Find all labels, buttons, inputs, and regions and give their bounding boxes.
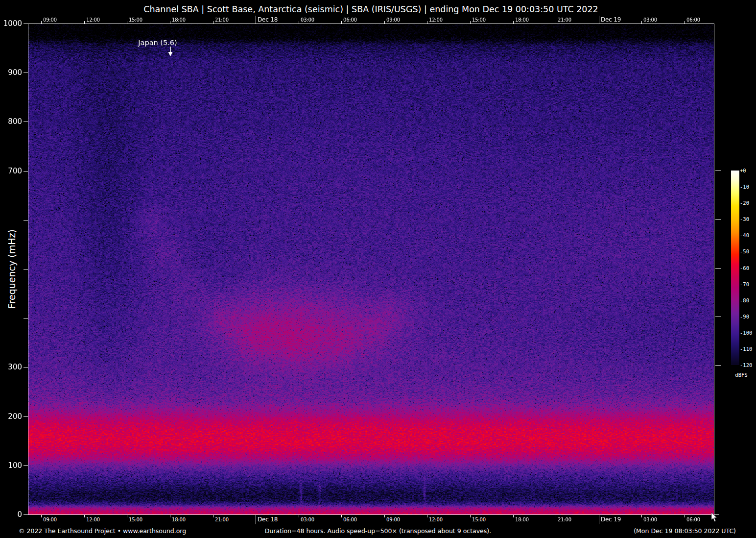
y-tick-mark bbox=[24, 171, 28, 171]
x-tick-label: 15:00 bbox=[472, 17, 486, 23]
x-tick-label: 12:00 bbox=[86, 17, 100, 23]
y-tick-label: 900 bbox=[0, 68, 22, 77]
spectrogram-app: Channel SBA | Scott Base, Antarctica (se… bbox=[0, 0, 756, 538]
x-tick-label: Dec 18 bbox=[258, 16, 278, 23]
y-axis-title: Frequency (mHz) bbox=[6, 229, 17, 309]
y-tick-mark bbox=[24, 24, 28, 24]
x-tick-mark bbox=[256, 515, 256, 524]
colorbar-side-tick bbox=[715, 365, 721, 366]
x-tick-label: 21:00 bbox=[558, 17, 571, 23]
render-timestamp-text: (Mon Dec 19 08:03:50 2022 UTC) bbox=[634, 527, 736, 535]
y-tick-mark bbox=[24, 367, 28, 367]
mouse-cursor-icon bbox=[711, 513, 719, 523]
x-tick-mark bbox=[427, 515, 427, 517]
x-tick-label: 15:00 bbox=[129, 517, 142, 522]
x-tick-mark bbox=[256, 16, 256, 24]
x-tick-mark bbox=[556, 21, 556, 24]
y-tick-label: 300 bbox=[0, 363, 22, 371]
x-tick-label: Dec 19 bbox=[601, 516, 621, 523]
x-tick-mark bbox=[427, 21, 427, 24]
x-tick-label: 21:00 bbox=[215, 517, 229, 522]
colorbar-units-label: dBFS bbox=[731, 372, 752, 378]
y-tick-label: 1000 bbox=[0, 19, 22, 28]
x-tick-label: Dec 18 bbox=[258, 516, 278, 523]
x-tick-label: 06:00 bbox=[686, 17, 700, 23]
x-tick-label: Dec 19 bbox=[601, 16, 621, 23]
x-tick-mark bbox=[513, 21, 514, 24]
x-tick-label: 18:00 bbox=[172, 17, 186, 23]
y-tick-mark bbox=[24, 220, 28, 220]
x-tick-label: 09:00 bbox=[386, 17, 400, 23]
x-tick-label: 18:00 bbox=[172, 517, 186, 522]
y-tick-mark bbox=[24, 269, 28, 269]
colorbar-tick-label: -80 bbox=[740, 297, 749, 303]
x-tick-label: 15:00 bbox=[472, 517, 486, 522]
colorbar-tick-label: -70 bbox=[740, 281, 749, 287]
colorbar-tick-label: -10 bbox=[740, 184, 749, 190]
x-tick-mark bbox=[84, 21, 85, 24]
x-tick-label: 03:00 bbox=[301, 17, 314, 23]
x-tick-mark bbox=[299, 21, 299, 24]
event-annotation-label: Japan (5.6) bbox=[128, 39, 187, 47]
colorbar-tick-label: +0 bbox=[740, 168, 746, 173]
colorbar-tick-label: -110 bbox=[740, 346, 752, 352]
x-tick-mark bbox=[641, 515, 642, 517]
x-tick-mark bbox=[341, 21, 342, 24]
y-tick-mark bbox=[24, 122, 28, 122]
x-tick-label: 03:00 bbox=[643, 17, 657, 23]
x-tick-mark bbox=[41, 515, 42, 517]
x-tick-label: 18:00 bbox=[515, 17, 529, 23]
x-tick-mark bbox=[384, 21, 385, 24]
x-tick-mark bbox=[341, 515, 342, 517]
colorbar-tick-label: -30 bbox=[740, 216, 749, 222]
colorbar-side-tick bbox=[715, 171, 721, 171]
spectrogram-canvas bbox=[28, 24, 714, 514]
chart-title: Channel SBA | Scott Base, Antarctica (se… bbox=[28, 4, 714, 14]
colorbar-side-tick bbox=[715, 268, 721, 269]
x-tick-label: 09:00 bbox=[43, 517, 57, 522]
y-tick-mark bbox=[24, 465, 28, 466]
x-tick-mark bbox=[170, 515, 170, 517]
x-tick-mark bbox=[127, 515, 127, 517]
y-tick-label: 0 bbox=[0, 510, 22, 519]
x-tick-label: 21:00 bbox=[558, 517, 571, 522]
x-tick-label: 03:00 bbox=[643, 517, 657, 522]
y-tick-mark bbox=[24, 514, 28, 515]
colorbar-tick-label: -120 bbox=[740, 362, 752, 368]
colorbar-side-tick bbox=[715, 317, 721, 317]
colorbar-tick-label: -100 bbox=[740, 330, 752, 336]
y-tick-mark bbox=[24, 416, 28, 417]
y-tick-label: 800 bbox=[0, 117, 22, 126]
down-arrow-icon bbox=[166, 46, 174, 57]
x-tick-label: 06:00 bbox=[686, 517, 700, 522]
y-tick-mark bbox=[24, 318, 28, 318]
x-tick-mark bbox=[84, 515, 85, 517]
x-tick-mark bbox=[213, 21, 213, 24]
colorbar-tick-label: -60 bbox=[740, 265, 749, 271]
x-tick-label: 12:00 bbox=[429, 17, 443, 23]
colorbar bbox=[731, 171, 739, 365]
x-tick-label: 15:00 bbox=[129, 17, 142, 23]
x-tick-label: 18:00 bbox=[515, 517, 529, 522]
y-tick-label: 200 bbox=[0, 412, 22, 421]
y-tick-label: 100 bbox=[0, 461, 22, 470]
x-tick-mark bbox=[41, 21, 42, 24]
x-tick-mark bbox=[599, 16, 599, 24]
y-axis-line bbox=[28, 24, 28, 515]
x-tick-mark bbox=[299, 515, 299, 517]
y-tick-label: 700 bbox=[0, 167, 22, 175]
x-tick-mark bbox=[513, 515, 514, 517]
colorbar-tick-label: -20 bbox=[740, 200, 749, 206]
x-tick-mark bbox=[641, 21, 642, 24]
x-tick-label: 03:00 bbox=[301, 517, 314, 522]
x-tick-label: 21:00 bbox=[215, 17, 229, 23]
plot-right-border bbox=[714, 24, 714, 515]
colorbar-tick-label: -50 bbox=[740, 248, 749, 254]
colorbar-tick-label: -40 bbox=[740, 232, 749, 238]
x-tick-mark bbox=[685, 21, 685, 24]
x-tick-mark bbox=[556, 515, 556, 517]
x-tick-label: 12:00 bbox=[429, 517, 443, 522]
x-axis-top-line bbox=[28, 24, 714, 24]
x-tick-mark bbox=[685, 515, 685, 517]
colorbar-side-tick bbox=[715, 219, 721, 220]
